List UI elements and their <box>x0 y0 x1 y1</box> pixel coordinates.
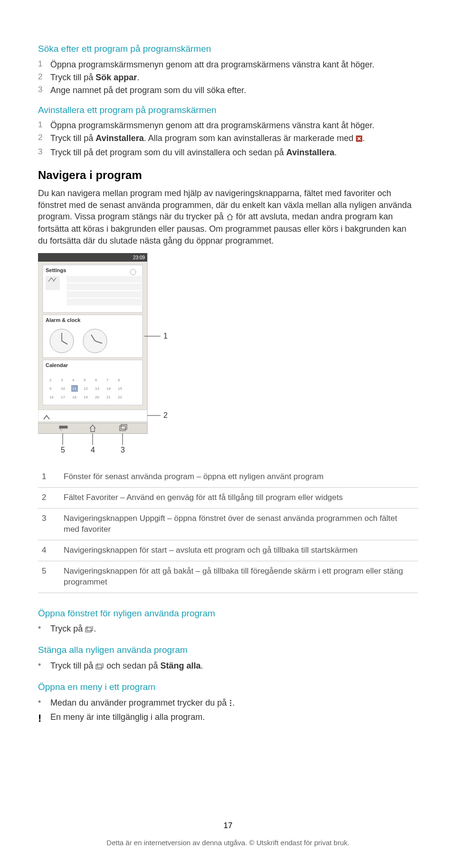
svg-text:10: 10 <box>61 387 65 391</box>
bullet-dot: • <box>38 623 50 633</box>
svg-point-55 <box>230 705 231 706</box>
svg-text:13: 13 <box>95 387 99 391</box>
table-row: 3Navigeringsknappen Uppgift – öppna föns… <box>38 508 418 540</box>
heading-close-all: Stänga alla nyligen använda program <box>38 644 418 656</box>
text-mid: och sedan på <box>104 661 160 670</box>
callout-2: 2 <box>163 411 168 419</box>
step-bold: Sök appar <box>95 73 137 82</box>
svg-text:19: 19 <box>84 395 88 399</box>
table-row: 5Navigeringsknappen för att gå bakåt – g… <box>38 561 418 593</box>
step-post: . <box>137 73 139 82</box>
table-row: 1Fönster för senast använda program – öp… <box>38 467 418 487</box>
step-number: 3 <box>38 85 50 95</box>
svg-text:22: 22 <box>118 395 122 399</box>
text-pre: Tryck på <box>50 624 85 633</box>
svg-text:21: 21 <box>106 395 111 399</box>
svg-text:7: 7 <box>106 378 109 382</box>
svg-rect-50 <box>87 626 93 631</box>
step-number: 2 <box>38 72 50 83</box>
svg-text:5: 5 <box>84 378 86 382</box>
text-post: . <box>200 661 203 670</box>
bullet-text: Tryck till på och sedan på Stäng alla. <box>50 660 203 672</box>
callout-1: 1 <box>163 332 168 340</box>
step-row: 1 Öppna programskärmsmenyn genom att dra… <box>38 120 418 131</box>
x-icon <box>356 133 362 145</box>
svg-rect-51 <box>96 665 102 669</box>
svg-rect-7 <box>66 291 142 298</box>
steps-search: 1 Öppna programskärmsmenyn genom att dra… <box>38 59 418 96</box>
svg-text:11: 11 <box>72 387 76 391</box>
svg-rect-49 <box>86 628 91 632</box>
step-post: . Alla program som kan avinstalleras är … <box>144 133 356 143</box>
svg-rect-2 <box>38 253 147 262</box>
svg-text:14: 14 <box>106 387 111 391</box>
legend-text: Navigeringsknappen för start – avsluta e… <box>60 540 418 561</box>
step-pre: Tryck till på <box>50 73 95 82</box>
step-bold: Avinstallera <box>95 133 143 143</box>
svg-rect-4 <box>46 276 60 290</box>
step-row: 1 Öppna programskärmsmenyn genom att dra… <box>38 59 418 70</box>
card-alarm-title: Alarm & clock <box>46 317 81 323</box>
svg-text:15: 15 <box>118 387 122 391</box>
callout-5: 5 <box>61 446 65 454</box>
step-number: 1 <box>38 120 50 131</box>
table-row: 4Navigeringsknappen för start – avsluta … <box>38 540 418 561</box>
step-row: 2 Tryck till på Sök appar. <box>38 72 418 83</box>
step-text: Tryck till på Sök appar. <box>50 72 418 83</box>
heading-uninstall: Avinstallera ett program på programskärm… <box>38 104 418 116</box>
heading-open-recent: Öppna fönstret för nyligen använda progr… <box>38 607 418 620</box>
legend-text: Fältet Favoriter – Använd en genväg för … <box>60 487 418 508</box>
heading-navigate: Navigera i program <box>38 168 418 183</box>
svg-text:2: 2 <box>49 378 52 382</box>
legend-num: 4 <box>38 540 60 561</box>
step-row: 3 Ange namnet på det program som du vill… <box>38 85 418 96</box>
step-text: Ange namnet på det program som du vill s… <box>50 85 418 96</box>
table-row: 2Fältet Favoriter – Använd en genväg för… <box>38 487 418 508</box>
svg-point-53 <box>230 700 231 701</box>
bullet-dot: • <box>38 697 50 708</box>
step-pre: Tryck till på <box>50 133 95 143</box>
step-text: Tryck till på det program som du vill av… <box>50 147 418 158</box>
card-settings-title: Settings <box>46 267 66 273</box>
bullet-text: Medan du använder programmet trycker du … <box>50 697 235 709</box>
svg-text:16: 16 <box>49 395 54 399</box>
step-number: 2 <box>38 132 50 143</box>
step-row: 3 Tryck till på det program som du vill … <box>38 147 418 158</box>
svg-text:9: 9 <box>49 387 52 391</box>
svg-rect-5 <box>66 276 142 283</box>
legend-num: 1 <box>38 467 60 487</box>
legend-num: 3 <box>38 508 60 540</box>
home-icon <box>226 212 234 223</box>
svg-rect-8 <box>66 299 142 305</box>
bullet-row: • Tryck på . <box>38 623 418 635</box>
callout-3: 3 <box>121 446 125 454</box>
svg-text:18: 18 <box>72 395 76 399</box>
legend-text: Fönster för senast använda program – öpp… <box>60 467 418 487</box>
legend-text: Navigeringsknappen för att gå bakåt – gå… <box>60 561 418 593</box>
svg-text:6: 6 <box>95 378 97 382</box>
legend-num: 5 <box>38 561 60 593</box>
note-row: ! En meny är inte tillgänglig i alla pro… <box>38 711 418 726</box>
steps-uninstall: 1 Öppna programskärmsmenyn genom att dra… <box>38 120 418 158</box>
svg-rect-52 <box>97 663 103 668</box>
warning-icon: ! <box>38 711 50 726</box>
step-post: . <box>334 148 337 157</box>
page-number: 17 <box>38 821 418 831</box>
bullet-row: • Tryck till på och sedan på Stäng alla. <box>38 660 418 672</box>
step-number: 3 <box>38 147 50 158</box>
text-pre: Medan du använder programmet trycker du … <box>50 698 229 708</box>
text-bold: Stäng alla <box>160 661 200 670</box>
text-post: . <box>94 624 96 633</box>
step-bold: Avinstallera <box>286 148 334 157</box>
svg-text:17: 17 <box>61 395 65 399</box>
text-pre: Tryck till på <box>50 661 95 670</box>
bullet-text: Tryck på . <box>50 623 96 635</box>
svg-text:4: 4 <box>72 378 75 382</box>
svg-point-54 <box>230 702 231 704</box>
legend-table: 1Fönster för senast använda program – öp… <box>38 467 418 593</box>
status-time: 23:09 <box>133 255 145 260</box>
svg-rect-40 <box>38 410 147 422</box>
bullet-row: • Medan du använder programmet trycker d… <box>38 697 418 709</box>
step-pre: Tryck till på det program som du vill av… <box>50 148 286 157</box>
bullet-dot: • <box>38 660 50 670</box>
